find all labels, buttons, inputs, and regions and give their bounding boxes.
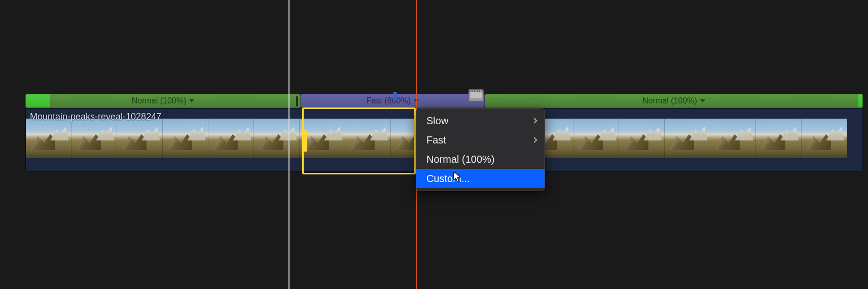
speed-context-menu: Slow Fast Normal (100%) Custom... xyxy=(416,108,545,191)
menu-item-normal[interactable]: Normal (100%) xyxy=(416,150,545,169)
chevron-right-icon xyxy=(531,118,537,123)
speed-segment-normal-2[interactable]: Normal (100%) xyxy=(485,94,863,108)
chevron-right-icon xyxy=(531,137,537,142)
speed-bar: Normal (100%) Fast (800%) Normal (100%) xyxy=(25,94,863,108)
menu-item-label: Custom... xyxy=(426,173,470,185)
speed-segment-label: Fast (800%) xyxy=(367,96,411,105)
menu-item-label: Slow xyxy=(426,115,448,127)
chevron-down-icon xyxy=(189,99,194,102)
speed-segment-label: Normal (100%) xyxy=(132,96,187,105)
menu-item-label: Normal (100%) xyxy=(426,154,494,165)
menu-item-custom[interactable]: Custom... xyxy=(416,169,545,188)
menu-item-slow[interactable]: Slow xyxy=(416,111,545,130)
speed-segment-normal-1[interactable]: Normal (100%) xyxy=(25,94,301,108)
playhead[interactable] xyxy=(288,0,290,289)
menu-item-label: Fast xyxy=(426,134,446,146)
speed-transition-marker[interactable] xyxy=(393,92,397,100)
menu-item-fast[interactable]: Fast xyxy=(416,130,545,150)
chevron-down-icon xyxy=(700,99,705,102)
speed-handle[interactable] xyxy=(858,94,862,107)
speed-segment-label: Normal (100%) xyxy=(642,96,697,105)
retime-editor-icon[interactable] xyxy=(468,89,484,101)
segment-edge-marker[interactable] xyxy=(296,96,298,106)
clip-name-label: Mountain-peaks-reveal-1028247 xyxy=(30,112,161,122)
speed-handle[interactable] xyxy=(26,94,50,107)
